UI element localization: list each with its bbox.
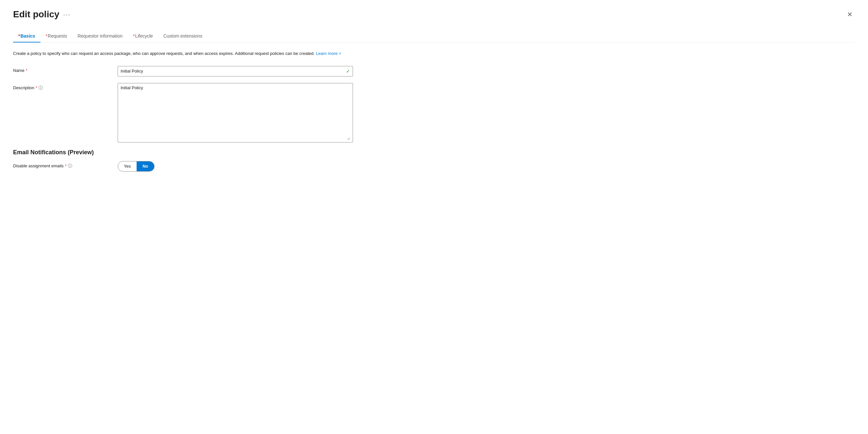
form-section: Name * ✓ Description * ⓘ Initial Policy — [13, 66, 360, 143]
more-options-button[interactable]: ··· — [63, 11, 71, 18]
name-input-wrapper: ✓ — [118, 66, 360, 76]
tab-basics[interactable]: *Basics — [13, 30, 40, 42]
toggle-container: Yes No — [118, 161, 155, 172]
tabs-container: *Basics *Requests Requestor information … — [13, 30, 855, 42]
description-input-wrapper: Initial Policy — [118, 83, 360, 143]
name-required-star: * — [26, 68, 27, 73]
page-description: Create a policy to specify who can reque… — [13, 50, 855, 57]
description-textarea[interactable]: Initial Policy — [121, 85, 350, 140]
page-header: Edit policy ··· ✕ — [13, 9, 855, 20]
tab-custom-extensions[interactable]: Custom extensions — [158, 30, 208, 42]
description-info-icon[interactable]: ⓘ — [38, 85, 43, 91]
tab-requestor-information[interactable]: Requestor information — [72, 30, 128, 42]
page-header-left: Edit policy ··· — [13, 9, 70, 20]
name-label: Name * — [13, 66, 104, 73]
toggle-yes-option[interactable]: Yes — [118, 161, 136, 171]
disable-assignment-row: Disable assignment emails * ⓘ Yes No — [13, 161, 855, 172]
basics-required-star: * — [18, 33, 20, 38]
close-button[interactable]: ✕ — [844, 9, 855, 20]
disable-assignment-required-star: * — [65, 163, 67, 168]
toggle-no-option[interactable]: No — [136, 161, 154, 171]
name-input-container[interactable]: ✓ — [118, 66, 353, 76]
tab-lifecycle[interactable]: *Lifecycle — [128, 30, 158, 42]
external-link-icon: ↗ — [338, 52, 341, 56]
page-title: Edit policy — [13, 9, 60, 20]
description-required-star: * — [36, 85, 37, 90]
description-textarea-container: Initial Policy — [118, 83, 353, 143]
disable-assignment-info-icon[interactable]: ⓘ — [68, 163, 72, 169]
email-notifications-heading: Email Notifications (Preview) — [13, 149, 855, 156]
yes-no-toggle[interactable]: Yes No — [118, 161, 155, 172]
name-row: Name * ✓ — [13, 66, 360, 76]
page-container: Edit policy ··· ✕ *Basics *Requests Requ… — [0, 0, 868, 181]
learn-more-link[interactable]: Learn more↗ — [316, 51, 341, 56]
name-check-icon: ✓ — [346, 69, 350, 74]
email-notifications-section: Email Notifications (Preview) Disable as… — [13, 149, 855, 172]
lifecycle-required-star: * — [133, 33, 135, 38]
tab-requests[interactable]: *Requests — [40, 30, 72, 42]
description-row: Description * ⓘ Initial Policy — [13, 83, 360, 143]
requests-required-star: * — [46, 33, 48, 38]
description-label: Description * ⓘ — [13, 83, 104, 91]
disable-assignment-label: Disable assignment emails * ⓘ — [13, 161, 104, 169]
name-input[interactable] — [121, 69, 346, 73]
